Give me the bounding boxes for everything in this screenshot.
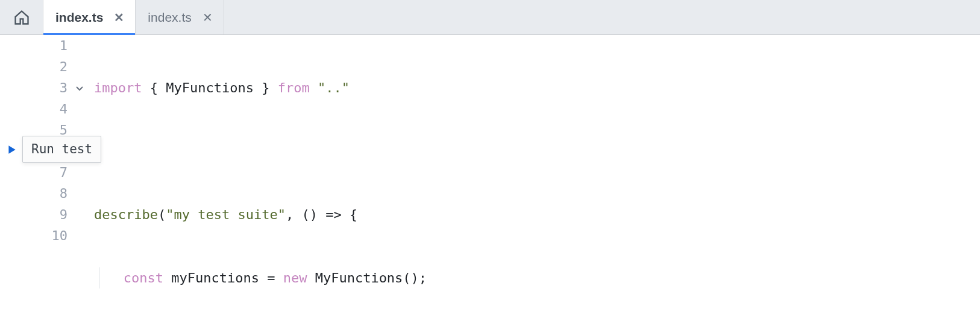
tab-inactive[interactable]: index.ts ✕ — [136, 0, 224, 34]
fold-chevron-icon[interactable] — [75, 83, 84, 93]
line-number: 1 — [0, 35, 68, 56]
code-line: import { MyFunctions } from ".." — [94, 77, 980, 98]
run-test-gutter[interactable]: Run test — [7, 136, 101, 163]
home-icon — [13, 9, 30, 26]
close-icon[interactable]: ✕ — [113, 10, 125, 25]
code-line: const myFunctions = new MyFunctions(); — [94, 267, 980, 288]
line-number: 2 — [0, 56, 68, 77]
line-number: 9 — [0, 204, 68, 225]
line-number: 10 — [0, 225, 68, 246]
code-line: describe("my test suite", () => { — [94, 204, 980, 225]
home-button[interactable] — [0, 0, 43, 34]
code-line — [94, 141, 980, 162]
play-icon[interactable] — [7, 144, 17, 155]
line-number: 8 — [0, 183, 68, 204]
tab-inactive-label: index.ts — [148, 10, 191, 25]
code-area[interactable]: import { MyFunctions } from ".." describ… — [90, 35, 980, 309]
code-editor[interactable]: 1 2 3 4 5 6 7 8 9 10 import { MyFunction… — [0, 35, 980, 309]
line-number: 3 — [0, 77, 68, 98]
gutter: 1 2 3 4 5 6 7 8 9 10 — [0, 35, 90, 309]
line-number: 4 — [0, 98, 68, 119]
tab-active-label: index.ts — [55, 10, 103, 25]
close-icon[interactable]: ✕ — [201, 10, 214, 25]
tab-active[interactable]: index.ts ✕ — [43, 0, 136, 34]
line-number: 7 — [0, 162, 68, 183]
run-test-tooltip: Run test — [22, 136, 101, 163]
tab-bar: index.ts ✕ index.ts ✕ — [0, 0, 980, 35]
